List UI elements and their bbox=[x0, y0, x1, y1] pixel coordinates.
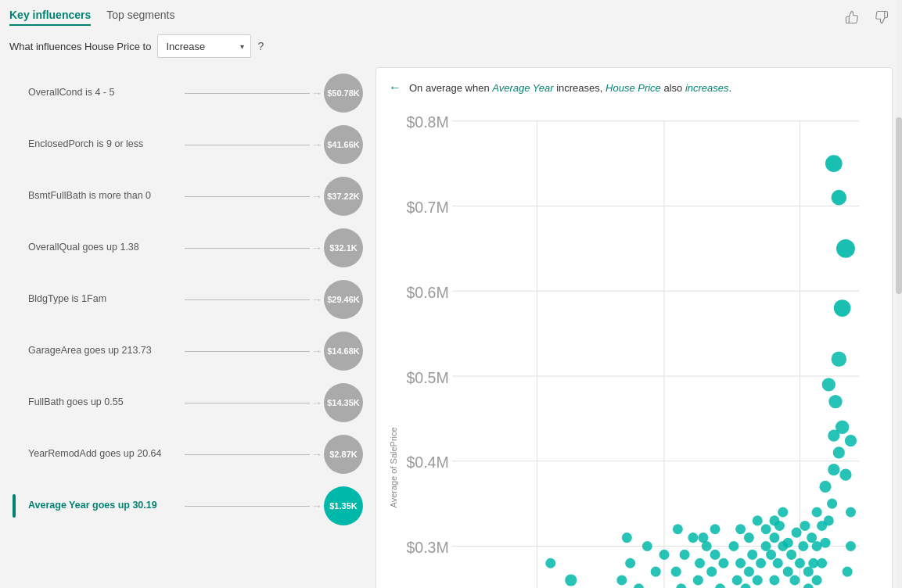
svg-point-65 bbox=[710, 524, 721, 534]
svg-point-154 bbox=[839, 469, 851, 481]
chart-inner: $0.8M $0.7M $0.6M $0.5M $0.4M $0.3M $0.2… bbox=[401, 104, 876, 588]
svg-point-97 bbox=[789, 575, 800, 585]
svg-point-129 bbox=[836, 239, 855, 258]
tab-key-influencers[interactable]: Key influencers bbox=[9, 9, 91, 26]
svg-point-42 bbox=[625, 558, 635, 568]
item-line bbox=[185, 351, 310, 352]
svg-point-70 bbox=[744, 567, 754, 577]
svg-point-153 bbox=[846, 507, 856, 517]
svg-point-119 bbox=[827, 499, 837, 509]
svg-point-87 bbox=[769, 575, 779, 585]
svg-point-155 bbox=[845, 435, 857, 446]
svg-point-79 bbox=[761, 524, 771, 534]
svg-point-44 bbox=[642, 541, 652, 551]
influencer-item[interactable]: EnclosedPorch is 9 or less → $41.66K bbox=[9, 119, 366, 170]
content-area: OverallCond is 4 - 5 → $50.78K EnclosedP… bbox=[9, 67, 893, 588]
item-bar-area: → $1.35K bbox=[185, 486, 363, 525]
help-icon[interactable]: ? bbox=[257, 40, 264, 52]
svg-point-63 bbox=[698, 532, 708, 543]
left-panel: OverallCond is 4 - 5 → $50.78K EnclosedP… bbox=[9, 67, 369, 588]
svg-point-99 bbox=[798, 541, 808, 551]
svg-point-121 bbox=[828, 464, 839, 475]
item-arrow-icon: → bbox=[311, 500, 322, 512]
right-panel: ← On average when Average Year increases… bbox=[376, 67, 893, 588]
top-icons bbox=[841, 6, 893, 28]
back-arrow-icon[interactable]: ← bbox=[389, 81, 401, 95]
item-label: Average Year goes up 30.19 bbox=[28, 499, 185, 513]
svg-point-67 bbox=[732, 575, 742, 585]
svg-point-152 bbox=[846, 541, 856, 551]
item-arrow-icon: → bbox=[311, 87, 322, 99]
svg-point-102 bbox=[792, 528, 802, 538]
item-label: GarageArea goes up 213.73 bbox=[28, 344, 185, 358]
item-arrow-icon: → bbox=[311, 448, 322, 461]
svg-point-52 bbox=[680, 550, 690, 560]
svg-text:$0.7M: $0.7M bbox=[406, 199, 448, 216]
svg-point-115 bbox=[812, 507, 822, 517]
svg-point-50 bbox=[622, 532, 632, 543]
svg-point-118 bbox=[824, 515, 834, 525]
item-line bbox=[185, 93, 310, 94]
tab-top-segments[interactable]: Top segments bbox=[106, 9, 174, 26]
svg-point-90 bbox=[773, 558, 783, 568]
svg-point-130 bbox=[825, 155, 843, 172]
scrollbar-thumb[interactable] bbox=[896, 117, 902, 294]
svg-point-151 bbox=[843, 567, 853, 577]
item-label: BldgType is 1Fam bbox=[28, 292, 185, 307]
svg-point-51 bbox=[671, 567, 681, 577]
item-arrow-icon: → bbox=[311, 396, 322, 409]
svg-point-54 bbox=[695, 558, 705, 568]
filter-row: What influences House Price to Increase … bbox=[9, 34, 893, 58]
svg-point-41 bbox=[616, 575, 627, 585]
chart-area: Average of SalePrice bbox=[389, 104, 876, 588]
item-line bbox=[185, 454, 310, 455]
item-value-circle: $1.35K bbox=[324, 486, 363, 525]
item-value-circle: $29.46K bbox=[324, 280, 363, 319]
item-bar-area: → $14.35K bbox=[185, 383, 363, 422]
item-value-circle: $14.68K bbox=[324, 332, 363, 371]
dropdown-value: Increase bbox=[166, 41, 205, 52]
svg-point-93 bbox=[778, 507, 788, 517]
item-label: EnclosedPorch is 9 or less bbox=[28, 138, 185, 152]
svg-point-95 bbox=[783, 567, 793, 577]
item-value-circle: $2.87K bbox=[324, 435, 363, 474]
svg-point-45 bbox=[651, 567, 661, 577]
svg-point-61 bbox=[710, 550, 721, 560]
item-arrow-icon: → bbox=[311, 293, 322, 306]
item-bar-area: → $2.87K bbox=[185, 435, 363, 474]
svg-point-101 bbox=[783, 538, 793, 548]
tabs: Key influencers Top segments bbox=[9, 9, 174, 26]
item-value-circle: $50.78K bbox=[324, 74, 363, 113]
thumbs-down-button[interactable] bbox=[871, 6, 893, 28]
influencer-item[interactable]: OverallQual goes up 1.38 → $32.1K bbox=[9, 222, 366, 274]
svg-point-88 bbox=[766, 550, 776, 560]
item-line bbox=[185, 196, 310, 197]
svg-point-131 bbox=[832, 190, 847, 206]
svg-point-78 bbox=[753, 515, 763, 525]
chart-svg-area: $0.8M $0.7M $0.6M $0.5M $0.4M $0.3M $0.2… bbox=[401, 104, 876, 588]
scatter-chart: $0.8M $0.7M $0.6M $0.5M $0.4M $0.3M $0.2… bbox=[401, 104, 876, 588]
item-arrow-icon: → bbox=[311, 138, 322, 151]
item-value-circle: $41.66K bbox=[324, 125, 363, 164]
influencer-item[interactable]: BsmtFullBath is more than 0 → $37.22K bbox=[9, 170, 366, 222]
influencer-item[interactable]: GarageArea goes up 213.73 → $14.68K bbox=[9, 325, 366, 377]
filter-label: What influences House Price to bbox=[9, 41, 151, 52]
svg-point-109 bbox=[817, 558, 827, 568]
influencer-item[interactable]: BldgType is 1Fam → $29.46K bbox=[9, 274, 366, 325]
item-line bbox=[185, 145, 310, 145]
influencer-item[interactable]: Average Year goes up 30.19 → $1.35K bbox=[9, 480, 366, 532]
svg-point-72 bbox=[753, 575, 763, 585]
svg-point-38 bbox=[565, 574, 577, 586]
svg-point-124 bbox=[828, 430, 839, 442]
item-label: OverallCond is 4 - 5 bbox=[28, 86, 185, 100]
left-indicator bbox=[13, 494, 16, 518]
increase-dropdown[interactable]: Increase ▾ bbox=[157, 34, 251, 58]
influencer-item[interactable]: YearRemodAdd goes up 20.64 → $2.87K bbox=[9, 428, 366, 480]
top-bar: Key influencers Top segments bbox=[9, 6, 893, 28]
svg-point-68 bbox=[735, 558, 746, 568]
svg-point-62 bbox=[718, 558, 728, 568]
thumbs-up-button[interactable] bbox=[841, 6, 863, 28]
influencer-item[interactable]: OverallCond is 4 - 5 → $50.78K bbox=[9, 67, 366, 119]
scrollbar[interactable] bbox=[896, 0, 902, 588]
influencer-item[interactable]: FullBath goes up 0.55 → $14.35K bbox=[9, 377, 366, 428]
